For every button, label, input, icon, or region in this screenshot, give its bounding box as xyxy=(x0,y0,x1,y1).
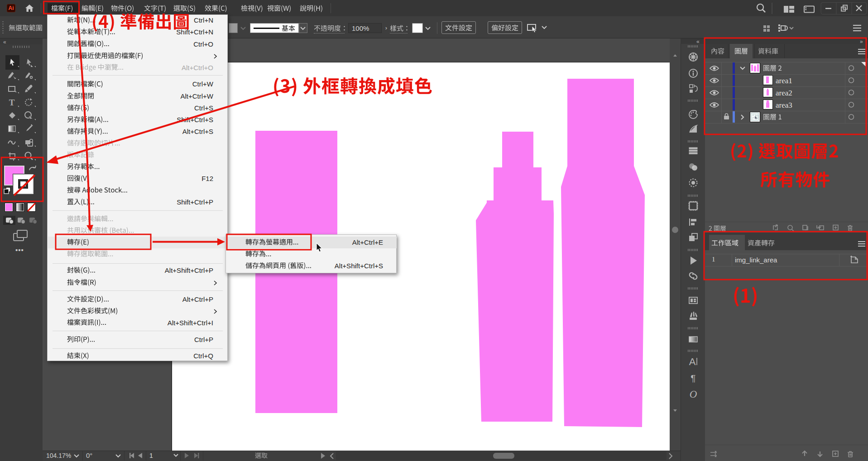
svg-text:A: A xyxy=(689,356,696,367)
svg-text:¶: ¶ xyxy=(691,373,695,383)
svg-text:O: O xyxy=(690,389,697,400)
svg-text:T: T xyxy=(9,98,15,107)
